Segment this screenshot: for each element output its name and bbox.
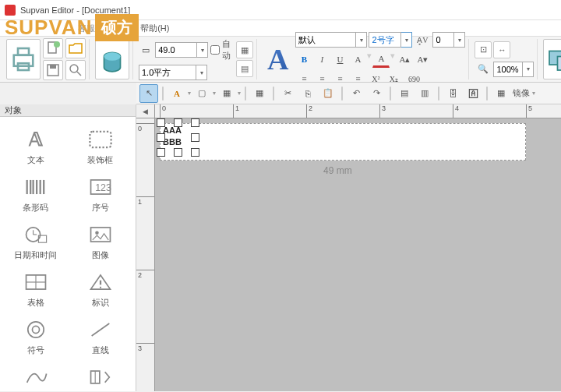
width-input[interactable] xyxy=(155,42,197,58)
obj-text[interactable]: 𝔸文本 xyxy=(3,123,68,171)
pointer-tool[interactable]: ↖ xyxy=(139,84,158,103)
layout2-button[interactable]: ▤ xyxy=(236,60,253,77)
menu-help[interactable]: 帮助(H) xyxy=(140,23,169,34)
shape-tool[interactable]: ▦ xyxy=(217,84,236,103)
ruler-corner[interactable]: ◀ xyxy=(136,104,155,118)
brand-logo: SUPVAN 硕方 xyxy=(5,14,139,41)
char-spacing-icon: A͓V xyxy=(414,31,431,48)
grow-font-button[interactable]: A▴ xyxy=(396,51,413,68)
logo-badge: 硕方 xyxy=(95,14,139,41)
undo-button[interactable]: ↶ xyxy=(347,84,365,103)
group-zoom: ⊡ ↔ 🔍 ▾ xyxy=(471,39,538,79)
zoom-icon: 🔍 xyxy=(475,61,492,78)
svg-rect-1 xyxy=(18,48,29,55)
group-arrange: ▣ ▢ ⊞ ⊟ xyxy=(540,39,561,79)
font-preview-icon: A xyxy=(263,42,293,76)
obj-terminal[interactable]: 端子/端口 xyxy=(68,361,132,392)
svg-point-7 xyxy=(70,65,78,72)
width-dropdown[interactable]: ▾ xyxy=(197,42,208,58)
group-file xyxy=(3,39,90,79)
sidebar: 对象 𝔸文本 装饰框 条形码 123序号 日期和时间 图像 表格 标识 符号 直… xyxy=(0,104,136,391)
text-tool[interactable]: A xyxy=(168,84,186,103)
svg-rect-0 xyxy=(14,55,34,66)
italic-button[interactable]: I xyxy=(313,51,330,68)
group-data xyxy=(92,39,133,79)
svg-rect-11 xyxy=(558,57,561,71)
layout1-button[interactable]: ▦ xyxy=(236,41,253,58)
ruler-horizontal: 0 1 2 3 4 5 xyxy=(155,104,561,118)
font-color-button[interactable]: A xyxy=(372,51,390,68)
group-size: ▭ ▾ 自动 ▾ ▦ ▤ xyxy=(136,39,257,79)
redo-button[interactable]: ↷ xyxy=(367,84,386,103)
sidebar-title: 对象 xyxy=(0,104,136,117)
obj-barcode[interactable]: 条形码 xyxy=(3,171,68,218)
svg-point-31 xyxy=(99,287,101,288)
main-area: 对象 𝔸文本 装饰框 条形码 123序号 日期和时间 图像 表格 标识 符号 直… xyxy=(0,104,561,391)
zoom-arrow[interactable]: ▾ xyxy=(523,62,534,77)
align-tool[interactable]: ▤ xyxy=(395,84,414,103)
font-size-select[interactable] xyxy=(369,32,401,48)
mirror-tool[interactable]: 镜像 xyxy=(512,84,531,103)
svg-line-34 xyxy=(91,323,109,336)
font-family-select[interactable] xyxy=(295,32,356,48)
ribbon: ▭ ▾ 自动 ▾ ▦ ▤ A ▾ ▾ A͓V ▾ xyxy=(0,36,561,83)
strike-button[interactable]: A xyxy=(349,51,366,68)
scale-dropdown[interactable]: ▾ xyxy=(196,65,207,80)
svg-line-8 xyxy=(77,72,81,76)
svg-point-33 xyxy=(32,326,39,333)
svg-point-26 xyxy=(95,231,99,235)
svg-text:123: 123 xyxy=(95,182,111,193)
logo-text: SUPVAN xyxy=(5,16,92,40)
label-page[interactable] xyxy=(160,123,526,161)
page-width-label: 49 mm xyxy=(323,165,352,176)
frame-tool[interactable]: ▢ xyxy=(192,84,211,103)
obj-curve[interactable]: 曲线 xyxy=(3,361,68,392)
copy-button[interactable]: ⎘ xyxy=(298,84,317,103)
cut-button[interactable]: ✂ xyxy=(278,84,297,103)
char-spacing-input[interactable] xyxy=(432,32,454,48)
svg-rect-6 xyxy=(50,65,56,69)
canvas[interactable]: ◀ 0 1 2 3 4 5 0 1 2 3 49 mm AAA BBB xyxy=(136,104,561,391)
scale-input[interactable] xyxy=(139,65,196,80)
font-family-arrow[interactable]: ▾ xyxy=(356,32,367,48)
shrink-font-button[interactable]: A▾ xyxy=(414,51,431,68)
find-button[interactable] xyxy=(65,60,86,80)
obj-table[interactable]: 表格 xyxy=(3,266,68,313)
table-tool[interactable]: ▦ xyxy=(250,84,269,103)
selection-handles[interactable] xyxy=(157,118,200,157)
arrange-button[interactable] xyxy=(543,39,561,79)
obj-sequence[interactable]: 123序号 xyxy=(68,171,132,218)
svg-point-9 xyxy=(104,52,121,61)
obj-frame[interactable]: 装饰框 xyxy=(68,123,132,171)
svg-rect-12 xyxy=(90,132,111,147)
zoom-input[interactable] xyxy=(493,62,523,77)
paste-button[interactable]: 📋 xyxy=(319,84,337,103)
grid-tool[interactable]: ▦ xyxy=(492,84,510,103)
toolbar: ↖ A▾ ▢▾ ▦▾ ▦ ✂ ⎘ 📋 ↶ ↷ ▤ ▥ 🗄 🄰 ▦ 镜像▾ xyxy=(136,83,561,104)
ruler-vertical: 0 1 2 3 xyxy=(136,118,155,391)
object-palette: 𝔸文本 装饰框 条形码 123序号 日期和时间 图像 表格 标识 符号 直线 曲… xyxy=(0,117,136,392)
distribute-tool[interactable]: ▥ xyxy=(415,84,434,103)
save-button[interactable] xyxy=(43,60,63,80)
group-font: A ▾ ▾ A͓V ▾ B I U A ▾ A ▾ A▴ A▾ ≡ ≡ xyxy=(259,39,469,79)
svg-point-4 xyxy=(54,41,60,48)
zoom-width-button[interactable]: ↔ xyxy=(493,41,510,58)
char-spacing-arrow[interactable]: ▾ xyxy=(454,32,465,48)
data-button[interactable] xyxy=(95,39,129,79)
orient-icon[interactable]: ▭ xyxy=(139,41,153,58)
app-title: Supvan Editor - [Document1] xyxy=(20,5,130,15)
obj-symbol[interactable]: 符号 xyxy=(3,313,68,361)
person-tool[interactable]: 🄰 xyxy=(464,84,482,103)
bold-button[interactable]: B xyxy=(295,51,312,68)
print-button[interactable] xyxy=(6,39,41,79)
zoom-fit-button[interactable]: ⊡ xyxy=(475,41,492,58)
svg-point-32 xyxy=(27,322,43,337)
obj-sign[interactable]: 标识 xyxy=(68,266,132,313)
font-size-arrow[interactable]: ▾ xyxy=(401,32,412,48)
database-tool[interactable]: 🗄 xyxy=(443,84,462,103)
underline-button[interactable]: U xyxy=(331,51,348,68)
obj-datetime[interactable]: 日期和时间 xyxy=(3,218,68,266)
auto-checkbox[interactable]: 自动 xyxy=(210,38,234,62)
obj-image[interactable]: 图像 xyxy=(68,218,132,266)
obj-line[interactable]: 直线 xyxy=(68,313,132,361)
